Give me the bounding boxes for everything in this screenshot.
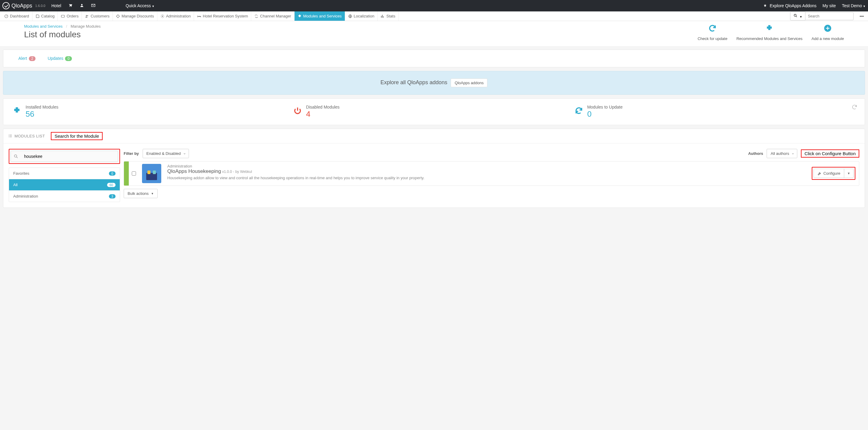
category-all[interactable]: All 60 — [9, 179, 120, 191]
stats-panel: Installed Modules 56 Disabled Modules 4 … — [3, 98, 865, 125]
puzzle-icon — [12, 106, 21, 117]
authors-label: Authors — [748, 151, 763, 156]
brand-version: 1.6.0.0 — [35, 4, 45, 7]
user-name: Test Demo — [842, 3, 862, 8]
explore-addons-label: Explore QloApps Addons — [770, 3, 816, 8]
nav-channel-manager[interactable]: Channel Manager — [251, 11, 294, 21]
modules-list-panel: MODULES LIST Search for the Module F — [3, 129, 865, 208]
nav-administration[interactable]: Administration — [157, 11, 194, 21]
updates-tab[interactable]: Updates 0 — [48, 56, 72, 61]
module-logo-icon — [142, 164, 161, 183]
wrench-icon — [817, 171, 822, 176]
svg-point-3 — [86, 15, 87, 16]
power-icon — [293, 106, 302, 117]
breadcrumb-sep: / — [66, 24, 67, 29]
top-bar: QloApps 1.6.0.0 Hotel Quick Access▼ Expl… — [0, 0, 868, 11]
check-update-button[interactable]: Check for update — [698, 24, 727, 41]
svg-point-5 — [162, 15, 163, 17]
nav-discounts[interactable]: Manage Discounts — [113, 11, 157, 21]
category-administration[interactable]: Administration 3 — [9, 191, 120, 202]
category-badge: 3 — [109, 194, 116, 198]
module-description: Housekeeping addon allow to view and con… — [167, 175, 805, 181]
module-name[interactable]: QloApps Housekeeping — [167, 168, 221, 174]
module-row: Administration QloApps Housekeeping v1.0… — [124, 161, 859, 186]
plus-circle-icon — [811, 24, 844, 35]
nav-hotel-reservation[interactable]: Hotel Reservation System — [194, 11, 251, 21]
nav-more-button[interactable]: ••• — [855, 11, 868, 21]
category-list: Favorites 0 All 60 Administration 3 — [9, 167, 120, 202]
recommended-modules-button[interactable]: Recommended Modules and Services — [737, 24, 803, 41]
update-label: Modules to Update — [587, 105, 623, 109]
explore-addons-button[interactable]: QloApps addons — [451, 78, 487, 87]
alerts-panel: Alert 2 Updates 0 — [3, 49, 865, 67]
puzzle-icon — [737, 24, 803, 35]
nav-customers[interactable]: Customers — [82, 11, 113, 21]
caret-down-icon: ▼ — [151, 192, 154, 195]
breadcrumb: Modules and Services / Manage Modules — [24, 24, 101, 29]
nav-stats[interactable]: Stats — [378, 11, 399, 21]
module-status-bar — [124, 162, 129, 186]
explore-addons-panel: Explore all QloApps addons QloApps addon… — [3, 71, 865, 95]
updates-badge: 0 — [65, 56, 72, 61]
breadcrumb-link[interactable]: Modules and Services — [24, 24, 63, 29]
nav-modules[interactable]: Modules and Services — [294, 11, 345, 21]
configure-dropdown[interactable]: ▼ — [844, 170, 853, 177]
breadcrumb-current: Manage Modules — [71, 24, 101, 29]
modules-main: Filter by Enabled & Disabled Authors All… — [124, 149, 859, 198]
search-icon — [11, 151, 21, 162]
refresh-icon — [698, 24, 727, 35]
user-menu[interactable]: Test Demo▼ — [842, 3, 866, 8]
my-site-link[interactable]: My site — [823, 3, 836, 8]
module-version: v1.0.0 - — [222, 170, 234, 174]
search-scope-button[interactable]: ▼ — [790, 12, 805, 21]
quick-access-label: Quick Access — [125, 3, 151, 8]
nav-localization[interactable]: Localization — [345, 11, 378, 21]
svg-point-7 — [794, 14, 796, 16]
category-favorites[interactable]: Favorites 0 — [9, 168, 120, 179]
caret-down-icon: ▼ — [152, 5, 154, 8]
stats-refresh-button[interactable] — [851, 104, 858, 111]
update-count: 0 — [587, 109, 623, 119]
configure-button[interactable]: Configure — [814, 169, 844, 178]
brand-logo-icon — [2, 2, 10, 9]
cart-icon[interactable] — [68, 3, 72, 8]
page-title: List of modules — [24, 30, 101, 39]
module-search-input[interactable] — [21, 151, 118, 162]
authors-select[interactable]: All authors — [767, 149, 797, 158]
page-header: Modules and Services / Manage Modules Li… — [0, 21, 868, 46]
filter-by-label: Filter by — [124, 151, 139, 156]
svg-rect-2 — [61, 15, 65, 17]
svg-point-9 — [14, 155, 17, 157]
caret-down-icon: ▼ — [799, 15, 802, 18]
annotation-configure-box: Configure ▼ — [812, 167, 855, 180]
refresh-icon — [575, 106, 583, 117]
installed-count: 56 — [26, 109, 58, 119]
quick-access-dropdown[interactable]: Quick Access▼ — [125, 3, 154, 8]
main-nav: Dashboard Catalog Orders Customers Manag… — [0, 11, 868, 21]
user-icon[interactable] — [80, 3, 84, 8]
nav-dashboard[interactable]: Dashboard — [1, 11, 32, 21]
alert-tab[interactable]: Alert 2 — [18, 56, 35, 61]
module-category: Administration — [167, 164, 805, 168]
categories-column: Favorites 0 All 60 Administration 3 — [9, 149, 120, 202]
module-author: by Webkul — [235, 170, 252, 174]
explore-title: Explore all QloApps addons — [381, 79, 447, 86]
nav-catalog[interactable]: Catalog — [32, 11, 58, 21]
explore-addons-link[interactable]: Explore QloApps Addons — [763, 3, 816, 8]
mail-icon[interactable] — [91, 3, 95, 8]
search-input[interactable] — [805, 12, 854, 20]
filter-by-select[interactable]: Enabled & Disabled — [143, 149, 189, 158]
configure-button-group: Configure ▼ — [813, 169, 854, 178]
disabled-label: Disabled Modules — [306, 105, 339, 109]
svg-point-0 — [81, 4, 83, 5]
installed-label: Installed Modules — [26, 105, 58, 109]
brand[interactable]: QloApps 1.6.0.0 — [2, 2, 45, 9]
nav-orders[interactable]: Orders — [58, 11, 82, 21]
add-module-button[interactable]: Add a new module — [811, 24, 844, 41]
svg-point-4 — [87, 15, 88, 16]
category-badge: 60 — [107, 183, 116, 187]
disabled-count: 4 — [306, 109, 339, 119]
hotel-dropdown[interactable]: Hotel — [52, 3, 61, 8]
module-checkbox[interactable] — [132, 171, 136, 176]
bulk-actions-button[interactable]: Bulk actions ▼ — [124, 189, 158, 198]
